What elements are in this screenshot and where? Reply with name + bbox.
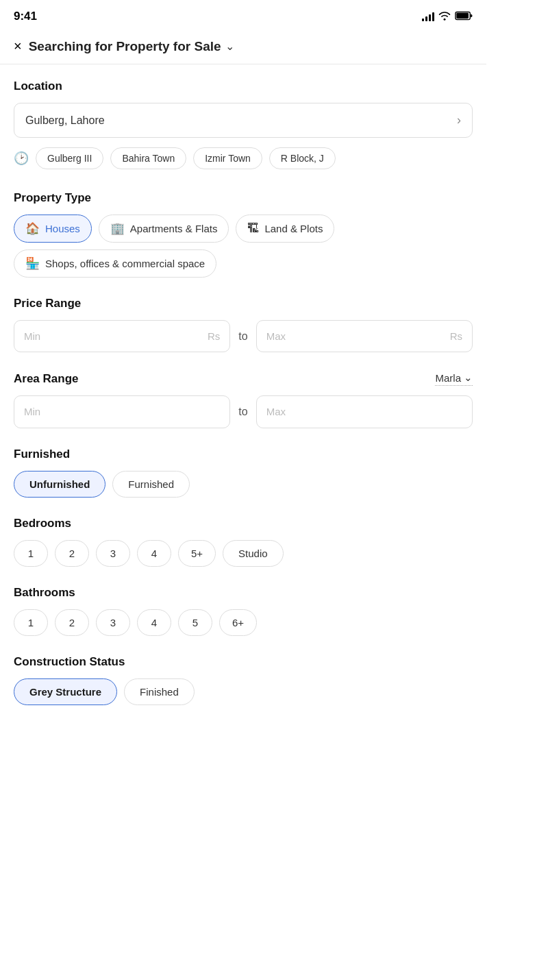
furnished-chip-unfurnished[interactable]: Unfurnished xyxy=(14,471,105,498)
bedroom-chip-3[interactable]: 3 xyxy=(96,540,130,567)
location-value: Gulberg, Lahore xyxy=(25,114,105,127)
recent-chip-0[interactable]: Gulberg III xyxy=(36,147,103,169)
recent-chip-2[interactable]: Izmir Town xyxy=(193,147,262,169)
location-input[interactable]: Gulberg, Lahore › xyxy=(14,103,473,138)
header-search-type: Property for Sale xyxy=(116,39,221,53)
price-min-input[interactable]: Min Rs xyxy=(14,320,230,352)
bathroom-chip-3[interactable]: 3 xyxy=(96,609,130,636)
property-type-land-label: Land & Plots xyxy=(264,223,323,234)
recent-chip-3[interactable]: R Block, J xyxy=(269,147,336,169)
property-type-shops[interactable]: 🏪 Shops, offices & commercial space xyxy=(14,249,216,278)
area-to-label: to xyxy=(238,406,247,418)
status-bar: 9:41 xyxy=(0,0,486,30)
bedrooms-section: Bedrooms 1 2 3 4 5+ Studio xyxy=(14,517,473,567)
header: × Searching for Property for Sale ⌄ xyxy=(0,30,486,64)
close-icon[interactable]: × xyxy=(14,38,22,54)
area-unit-selector[interactable]: Marla ⌄ xyxy=(435,371,473,386)
location-label: Location xyxy=(14,79,473,93)
construction-status-chips: Grey Structure Finished xyxy=(14,678,473,705)
bathrooms-chips: 1 2 3 4 5 6+ xyxy=(14,609,473,636)
construction-status-section: Construction Status Grey Structure Finis… xyxy=(14,655,473,705)
area-unit-label: Marla xyxy=(435,372,461,384)
bathroom-chip-6plus[interactable]: 6+ xyxy=(219,609,257,636)
property-type-houses-label: Houses xyxy=(45,223,80,234)
price-range-row: Min Rs to Max Rs xyxy=(14,320,473,352)
bathroom-chip-5[interactable]: 5 xyxy=(178,609,212,636)
status-icons xyxy=(422,11,473,23)
construction-chip-finished[interactable]: Finished xyxy=(124,678,195,705)
shops-icon: 🏪 xyxy=(25,256,40,271)
area-range-header: Area Range Marla ⌄ xyxy=(14,371,473,386)
location-section: Location Gulberg, Lahore › 🕑 Gulberg III… xyxy=(14,79,473,172)
svg-rect-1 xyxy=(456,12,469,18)
bedrooms-label: Bedrooms xyxy=(14,517,473,530)
bedroom-chip-2[interactable]: 2 xyxy=(55,540,89,567)
signal-bars-icon xyxy=(422,12,434,21)
area-max-placeholder: Max xyxy=(266,406,286,417)
houses-icon: 🏠 xyxy=(25,221,40,236)
area-min-placeholder: Min xyxy=(24,406,40,417)
price-min-unit: Rs xyxy=(208,330,220,342)
property-type-apartments[interactable]: 🏢 Apartments & Flats xyxy=(99,215,229,243)
furnished-chip-furnished[interactable]: Furnished xyxy=(112,471,190,498)
bedroom-chip-1[interactable]: 1 xyxy=(14,540,48,567)
area-max-input[interactable]: Max xyxy=(256,395,473,428)
main-content: Location Gulberg, Lahore › 🕑 Gulberg III… xyxy=(0,64,486,739)
chevron-down-icon[interactable]: ⌄ xyxy=(225,40,234,53)
property-type-houses[interactable]: 🏠 Houses xyxy=(14,215,92,243)
price-to-label: to xyxy=(238,330,247,343)
property-type-section: Property Type 🏠 Houses 🏢 Apartments & Fl… xyxy=(14,191,473,278)
furnished-chips-row: Unfurnished Furnished xyxy=(14,471,473,498)
area-unit-chevron-icon: ⌄ xyxy=(464,371,473,384)
furnished-section: Furnished Unfurnished Furnished xyxy=(14,448,473,498)
apartments-icon: 🏢 xyxy=(110,221,125,236)
bedroom-chip-5plus[interactable]: 5+ xyxy=(178,540,216,567)
price-range-label: Price Range xyxy=(14,297,473,310)
bedrooms-chips: 1 2 3 4 5+ Studio xyxy=(14,540,473,567)
price-max-placeholder: Max xyxy=(266,330,286,342)
construction-chip-grey[interactable]: Grey Structure xyxy=(14,678,117,705)
price-max-unit: Rs xyxy=(450,330,462,342)
bedroom-chip-studio[interactable]: Studio xyxy=(223,540,284,567)
land-icon: 🏗 xyxy=(247,222,259,236)
bedroom-chip-4[interactable]: 4 xyxy=(137,540,171,567)
property-type-land[interactable]: 🏗 Land & Plots xyxy=(236,215,334,243)
bathroom-chip-1[interactable]: 1 xyxy=(14,609,48,636)
header-prefix: Searching for xyxy=(29,39,116,53)
price-max-input[interactable]: Max Rs xyxy=(256,320,473,352)
bathrooms-label: Bathrooms xyxy=(14,586,473,600)
bathroom-chip-4[interactable]: 4 xyxy=(137,609,171,636)
header-title: Searching for Property for Sale xyxy=(29,39,221,54)
area-range-row: Min to Max xyxy=(14,395,473,428)
recent-searches-row: 🕑 Gulberg III Bahira Town Izmir Town R B… xyxy=(14,147,473,172)
price-min-placeholder: Min xyxy=(24,330,40,342)
area-min-input[interactable]: Min xyxy=(14,395,230,428)
wifi-icon xyxy=(438,11,451,23)
property-type-shops-label: Shops, offices & commercial space xyxy=(45,258,205,269)
property-type-apartments-label: Apartments & Flats xyxy=(130,223,218,234)
location-chevron-icon: › xyxy=(457,113,461,127)
property-type-label: Property Type xyxy=(14,191,473,205)
construction-status-label: Construction Status xyxy=(14,655,473,669)
furnished-label: Furnished xyxy=(14,448,473,461)
property-type-chips: 🏠 Houses 🏢 Apartments & Flats 🏗 Land & P… xyxy=(14,215,473,278)
bathroom-chip-2[interactable]: 2 xyxy=(55,609,89,636)
area-range-section: Area Range Marla ⌄ Min to Max xyxy=(14,371,473,428)
bathrooms-section: Bathrooms 1 2 3 4 5 6+ xyxy=(14,586,473,636)
history-icon: 🕑 xyxy=(14,151,29,166)
battery-icon xyxy=(455,11,473,23)
price-range-section: Price Range Min Rs to Max Rs xyxy=(14,297,473,352)
recent-chip-1[interactable]: Bahira Town xyxy=(110,147,186,169)
area-range-label: Area Range xyxy=(14,372,78,386)
status-time: 9:41 xyxy=(14,10,37,23)
